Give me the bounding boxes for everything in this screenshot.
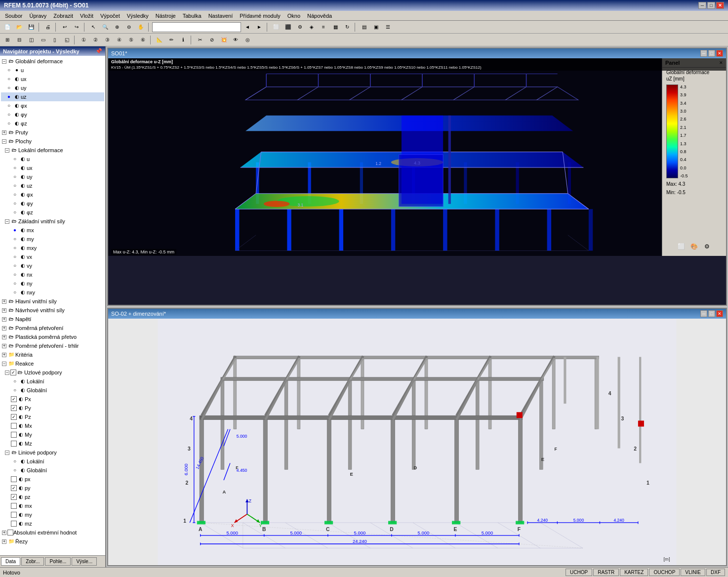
sidebar-tab-vysle[interactable]: Výsle... bbox=[72, 557, 97, 566]
tb2-annotate[interactable]: ✏ bbox=[166, 35, 177, 45]
vp2-max[interactable]: □ bbox=[708, 310, 715, 317]
menu-soubor[interactable]: Soubor bbox=[2, 12, 25, 20]
tb-zoomin[interactable]: ⊕ bbox=[112, 22, 122, 33]
status-ouchop[interactable]: OUCHOP bbox=[649, 569, 680, 576]
tb2-info[interactable]: ℹ bbox=[178, 35, 189, 45]
vp1-max[interactable]: □ bbox=[708, 50, 715, 57]
menu-nastaveni[interactable]: Nastavení bbox=[205, 12, 236, 20]
tree-navrhove[interactable]: + 🗁 Návrhové vnitřní síly bbox=[1, 306, 104, 315]
cb-lpy[interactable] bbox=[11, 485, 17, 491]
status-rastr[interactable]: RASTR bbox=[593, 569, 619, 576]
sidebar-tab-zobr[interactable]: Zobr... bbox=[21, 557, 44, 566]
tb-more2[interactable]: ▦ bbox=[330, 22, 341, 33]
tb-select[interactable]: ▤ bbox=[359, 22, 369, 33]
cb-uzlove[interactable] bbox=[10, 370, 16, 375]
legend-btn1[interactable]: ⬜ bbox=[676, 241, 687, 252]
tb2-l1[interactable]: ① bbox=[78, 35, 89, 45]
menu-vysledky[interactable]: Výsledky bbox=[124, 12, 152, 20]
tb-cursor[interactable]: ↖ bbox=[88, 22, 99, 33]
tree-mxy[interactable]: ○ ◐ mxy bbox=[1, 244, 104, 252]
status-kartez[interactable]: KARTEZ bbox=[620, 569, 648, 576]
tree-u[interactable]: ○ ● u bbox=[1, 66, 104, 75]
tree-hlavni[interactable]: + 🗁 Hlavní vnitřní síly bbox=[1, 297, 104, 306]
tree-vy[interactable]: ○ ◐ vy bbox=[1, 261, 104, 270]
kv-combo[interactable]: KV15 - ÚM (1.35*KZS1/S + 0.75*KZS2 + bbox=[152, 22, 241, 32]
tree-plasticka[interactable]: + 🗁 Plastická poměrná přetvo bbox=[1, 332, 104, 341]
tree-reakce[interactable]: − 📁 Reakce bbox=[1, 359, 104, 368]
expand-pomerna[interactable]: + bbox=[2, 326, 6, 330]
tb-more1[interactable]: ≡ bbox=[318, 22, 329, 33]
cb-abs[interactable] bbox=[7, 530, 13, 536]
expand-krit[interactable]: + bbox=[2, 353, 6, 357]
tb-print[interactable]: 🖨 bbox=[42, 22, 53, 33]
tree-lokphiz[interactable]: ○ ◐ φz bbox=[1, 208, 104, 217]
tb2-l5[interactable]: ⑤ bbox=[125, 35, 136, 45]
tree-lokphiy[interactable]: ○ ◐ φy bbox=[1, 199, 104, 208]
tb2-measure[interactable]: 📐 bbox=[154, 35, 165, 45]
expand-hlavni[interactable]: + bbox=[2, 299, 6, 304]
tb-nav-prev[interactable]: ◄ bbox=[242, 22, 253, 33]
tb-undo[interactable]: ↩ bbox=[59, 22, 70, 33]
menu-nastroje[interactable]: Nástroje bbox=[153, 12, 179, 20]
tree-uy[interactable]: ○ ◐ uy bbox=[1, 83, 104, 92]
cb-lmy[interactable] bbox=[11, 512, 17, 518]
tree-globalni-deformace[interactable]: − 🗁 Globální deformace bbox=[1, 57, 104, 66]
tree-vx[interactable]: ○ ◐ vx bbox=[1, 252, 104, 261]
maximize-btn[interactable]: □ bbox=[707, 2, 715, 9]
tb2-section[interactable]: ⊘ bbox=[206, 35, 217, 45]
tree-Pz[interactable]: ◐ Pz bbox=[1, 412, 104, 421]
tb2-l4[interactable]: ④ bbox=[114, 35, 124, 45]
menu-upravy[interactable]: Úpravy bbox=[26, 12, 49, 20]
cb-lmz[interactable] bbox=[11, 521, 17, 527]
tree-uzlove[interactable]: − 🗁 Uzlové podpory bbox=[1, 368, 104, 377]
tree-lok-deformace[interactable]: − 🗁 Lokální deformace bbox=[1, 146, 104, 155]
tb2-cut[interactable]: ✂ bbox=[195, 35, 205, 45]
cb-lpz[interactable] bbox=[11, 494, 17, 500]
status-vlinie[interactable]: VLINIE bbox=[681, 569, 705, 576]
expand-icon[interactable]: − bbox=[2, 59, 6, 64]
tree-plochy[interactable]: − 🗁 Plochy bbox=[1, 137, 104, 146]
tb2-front[interactable]: ▯ bbox=[49, 35, 60, 45]
menu-pridavne[interactable]: Přídavné moduly bbox=[237, 12, 283, 20]
tree-mx[interactable]: ● ◐ mx bbox=[1, 226, 104, 235]
sidebar-content[interactable]: − 🗁 Globální deformace ○ ● u ○ ◐ ux ○ ◐ … bbox=[0, 56, 105, 555]
tb2-hide[interactable]: 👁 bbox=[230, 35, 241, 45]
tb2-3d[interactable]: ◫ bbox=[26, 35, 37, 45]
tree-absolutni[interactable]: + Absolutní extrémní hodnot bbox=[1, 528, 104, 537]
tb-save[interactable]: 💾 bbox=[26, 22, 37, 33]
tree-pom-trhlin[interactable]: + 🗁 Poměrné přetvoření - trhlir bbox=[1, 341, 104, 350]
tb-settings[interactable]: ⚙ bbox=[294, 22, 305, 33]
expand-plasticka[interactable]: + bbox=[2, 335, 6, 339]
tb-zoomout[interactable]: ⊖ bbox=[123, 22, 134, 33]
tb2-grid[interactable]: ⊞ bbox=[2, 35, 13, 45]
cb-Pz[interactable] bbox=[11, 414, 17, 420]
tree-phiy[interactable]: ○ ◐ φy bbox=[1, 110, 104, 119]
expand-uzlove[interactable]: − bbox=[5, 371, 9, 375]
tb-new[interactable]: 📄 bbox=[2, 22, 13, 33]
tb-view2[interactable]: ⬛ bbox=[283, 22, 293, 33]
menu-tabulka[interactable]: Tabulka bbox=[180, 12, 204, 20]
tree-My[interactable]: ◐ My bbox=[1, 430, 104, 439]
tb-pan[interactable]: ✋ bbox=[135, 22, 146, 33]
tb-view1[interactable]: ⬜ bbox=[271, 22, 282, 33]
expand-trhlin[interactable]: + bbox=[2, 344, 6, 348]
tb-render[interactable]: ◈ bbox=[306, 22, 317, 33]
tree-my[interactable]: ○ ◐ my bbox=[1, 235, 104, 244]
tree-liniove[interactable]: − 🗁 Liniové podpory bbox=[1, 448, 104, 457]
tree-loku[interactable]: ○ ◐ u bbox=[1, 155, 104, 164]
cb-Py[interactable] bbox=[11, 405, 17, 411]
vp2-body[interactable]: 5.000 5.000 5.000 5.000 5.000 bbox=[108, 319, 726, 565]
expand-abs[interactable]: + bbox=[2, 531, 6, 535]
tree-Px[interactable]: ◐ Px bbox=[1, 395, 104, 404]
expand-navrhove[interactable]: + bbox=[2, 308, 6, 313]
status-dxf[interactable]: DXF bbox=[706, 569, 725, 576]
vp1-3d-view[interactable]: Globální deformace u-Z [mm] KV15 - ÚM (1… bbox=[108, 58, 726, 256]
expand-zakladni[interactable]: − bbox=[5, 219, 9, 224]
tree-lokux[interactable]: ○ ◐ ux bbox=[1, 164, 104, 172]
tree-lin-glob[interactable]: ○ ◐ Globální bbox=[1, 466, 104, 475]
tree-Py[interactable]: ◐ Py bbox=[1, 404, 104, 412]
tree-napeti[interactable]: + 🗁 Napětí bbox=[1, 315, 104, 324]
tree-lin-py[interactable]: ◐ py bbox=[1, 484, 104, 493]
expand-lokdef[interactable]: − bbox=[5, 148, 9, 153]
tb2-l3[interactable]: ③ bbox=[102, 35, 113, 45]
